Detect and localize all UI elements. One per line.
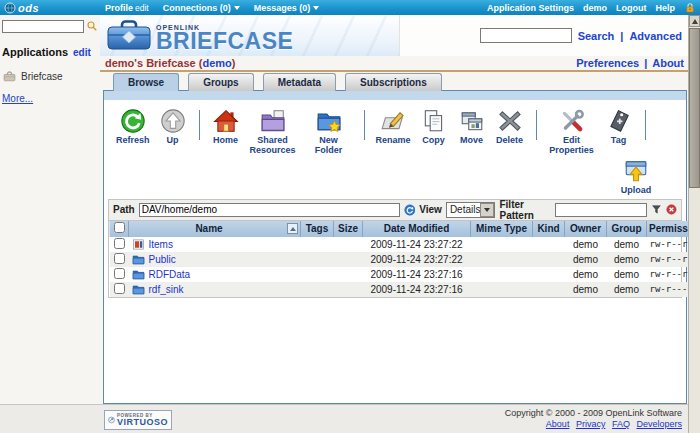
column-date-modified[interactable]: Date Modified <box>363 221 471 237</box>
new-folder-button[interactable]: New Folder <box>301 108 357 156</box>
brand-briefcase: BRIEFCASE <box>156 31 293 52</box>
refresh-button[interactable]: Refresh <box>112 108 154 146</box>
go-icon[interactable] <box>404 203 416 217</box>
upload-button[interactable]: Upload <box>610 158 662 195</box>
subheader: demo's Briefcase (demo) Preferences | Ab… <box>100 56 688 72</box>
refresh-icon <box>120 108 146 134</box>
rename-button[interactable]: Rename <box>372 108 415 146</box>
tab-subscriptions[interactable]: Subscriptions <box>345 73 442 91</box>
home-button[interactable]: Home <box>207 108 245 146</box>
toolbar: Refresh Up Home Shared Resources New Fol… <box>104 100 686 156</box>
search-link[interactable]: Search <box>578 30 615 42</box>
date-modified: 2009-11-24 23:27:16 <box>363 267 471 282</box>
column-name[interactable]: Name <box>131 223 287 234</box>
tab-metadata[interactable]: Metadata <box>263 73 336 91</box>
help-link[interactable]: Help <box>655 3 675 13</box>
profile-link[interactable]: Profileedit <box>105 3 149 13</box>
tab-browse[interactable]: Browse <box>113 73 179 91</box>
powered-by-virtuoso-badge[interactable]: POWERED BY VIRTUOSO <box>104 410 172 430</box>
applications-edit-link[interactable]: edit <box>73 47 91 58</box>
row-checkbox[interactable] <box>114 238 125 249</box>
filter-pattern-input[interactable] <box>555 203 647 217</box>
footer-links: About Privacy FAQ Developers <box>505 419 682 429</box>
tag-button[interactable]: Tag <box>600 108 638 146</box>
account-link[interactable]: demo <box>202 57 231 69</box>
resource-link[interactable]: RDFData <box>149 269 191 280</box>
select-all-checkbox[interactable] <box>114 222 125 233</box>
column-kind[interactable]: Kind <box>533 221 565 237</box>
footer-developers-link[interactable]: Developers <box>636 419 682 429</box>
scrollbar-thumb[interactable] <box>689 28 700 188</box>
select-arrow-icon[interactable] <box>480 203 494 217</box>
user-link[interactable]: demo <box>583 3 607 13</box>
toolbar-separator <box>199 110 200 140</box>
top-bar: ods Profileedit Connections (0) Messages… <box>0 0 700 15</box>
sort-icon[interactable] <box>287 223 298 234</box>
applications-heading: Applicationsedit <box>2 46 98 58</box>
ods-globe-icon <box>4 2 16 14</box>
owner: demo <box>565 282 607 297</box>
sidebar-item-briefcase[interactable]: Briefcase <box>2 70 98 83</box>
shared-resources-button[interactable]: Shared Resources <box>245 108 301 156</box>
owner: demo <box>565 252 607 267</box>
search-icon[interactable] <box>86 19 98 33</box>
path-label: Path <box>113 204 135 215</box>
banner-search: Search | Advanced <box>480 28 682 43</box>
copy-button[interactable]: Copy <box>415 108 453 146</box>
row-checkbox[interactable] <box>114 253 125 264</box>
path-input[interactable] <box>139 203 400 217</box>
more-link[interactable]: More... <box>2 93 33 104</box>
table-row: RDFData 2009-11-24 23:27:16 demo demo rw… <box>110 267 700 282</box>
connections-menu[interactable]: Connections (0) <box>163 3 240 13</box>
view-label: View <box>419 204 442 215</box>
footer-privacy-link[interactable]: Privacy <box>576 419 606 429</box>
sidebar-search-input[interactable] <box>2 20 84 33</box>
owner: demo <box>565 267 607 282</box>
date-modified: 2009-11-24 23:27:22 <box>363 237 471 252</box>
row-checkbox[interactable] <box>114 283 125 294</box>
move-button[interactable]: Move <box>453 108 491 146</box>
resource-link[interactable]: rdf_sink <box>149 284 184 295</box>
column-group[interactable]: Group <box>607 221 647 237</box>
apply-filter-icon[interactable] <box>651 203 662 216</box>
global-search-input[interactable] <box>480 28 572 43</box>
delete-button[interactable]: Delete <box>491 108 529 146</box>
footer: POWERED BY VIRTUOSO Copyright © 2000 - 2… <box>0 404 688 433</box>
column-mime-type[interactable]: Mime Type <box>471 221 533 237</box>
file-table: Name Tags Size Date Modified Mime Type K… <box>109 221 700 297</box>
messages-menu[interactable]: Messages (0) <box>254 3 320 13</box>
resource-link[interactable]: Items <box>149 239 173 250</box>
date-modified: 2009-11-24 23:27:22 <box>363 252 471 267</box>
toolbar-separator <box>364 110 365 140</box>
date-modified: 2009-11-24 23:27:16 <box>363 282 471 297</box>
app-banner: OPENLINK BRIEFCASE Search | Advanced <box>100 15 688 56</box>
profile-edit-link[interactable]: edit <box>135 3 149 13</box>
up-button[interactable]: Up <box>154 108 192 146</box>
logout-link[interactable]: Logout <box>616 3 647 13</box>
view-select[interactable]: Details <box>446 202 496 218</box>
footer-about-link[interactable]: About <box>546 419 570 429</box>
column-size[interactable]: Size <box>334 221 363 237</box>
browse-panel: Refresh Up Home Shared Resources New Fol… <box>103 90 687 404</box>
application-settings-link[interactable]: Application Settings <box>487 3 574 13</box>
column-tags[interactable]: Tags <box>301 221 334 237</box>
tab-groups[interactable]: Groups <box>188 73 254 91</box>
edit-properties-button[interactable]: Edit Properties <box>544 108 600 156</box>
toolbar-separator <box>536 110 537 140</box>
vertical-scrollbar[interactable] <box>688 15 700 433</box>
items-icon <box>132 238 145 251</box>
breadcrumb: demo's Briefcase (demo) <box>105 57 235 69</box>
table-row: rdf_sink 2009-11-24 23:27:16 demo demo r… <box>110 282 700 297</box>
folder-icon <box>132 253 145 266</box>
tag-icon <box>606 108 632 134</box>
preferences-link[interactable]: Preferences <box>576 57 639 69</box>
about-link[interactable]: About <box>652 57 684 69</box>
clear-filter-icon[interactable] <box>666 203 677 216</box>
resource-link[interactable]: Public <box>149 254 176 265</box>
column-owner[interactable]: Owner <box>565 221 607 237</box>
footer-faq-link[interactable]: FAQ <box>612 419 630 429</box>
scroll-up-button[interactable] <box>689 15 700 27</box>
row-checkbox[interactable] <box>114 268 125 279</box>
advanced-search-link[interactable]: Advanced <box>629 30 682 42</box>
ods-logo[interactable]: ods <box>4 2 39 14</box>
